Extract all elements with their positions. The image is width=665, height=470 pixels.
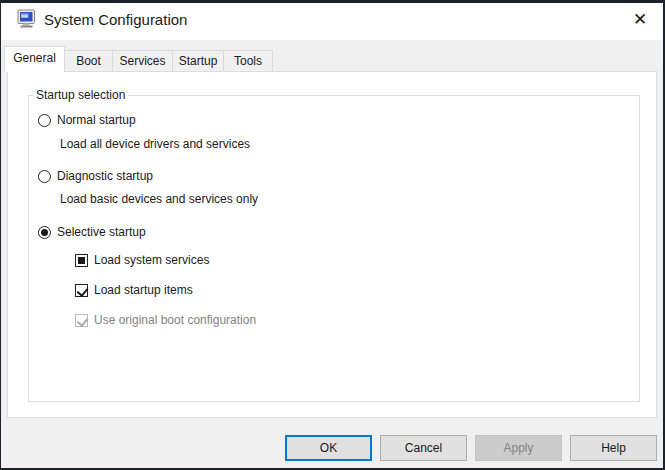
- selective-startup-label[interactable]: Selective startup: [57, 225, 146, 239]
- load-startup-items-checkbox[interactable]: [75, 284, 88, 297]
- startup-selection-group-label: Startup selection: [33, 88, 128, 102]
- radio-row-normal-startup[interactable]: Normal startup: [38, 113, 136, 127]
- system-configuration-dialog: System Configuration ✕ General Boot Serv…: [0, 0, 665, 470]
- selective-startup-radio[interactable]: [38, 226, 51, 239]
- load-startup-items-label[interactable]: Load startup items: [94, 283, 193, 297]
- diagnostic-startup-label[interactable]: Diagnostic startup: [57, 169, 153, 183]
- load-system-services-label[interactable]: Load system services: [94, 253, 209, 267]
- tab-boot[interactable]: Boot: [64, 50, 113, 71]
- diagnostic-startup-description: Load basic devices and services only: [60, 192, 258, 206]
- normal-startup-radio[interactable]: [38, 114, 51, 127]
- use-original-boot-configuration-label: Use original boot configuration: [94, 313, 256, 327]
- ok-button[interactable]: OK: [285, 435, 372, 461]
- close-icon[interactable]: ✕: [621, 4, 659, 34]
- checkbox-row-use-original-boot-configuration: Use original boot configuration: [75, 313, 256, 327]
- normal-startup-description: Load all device drivers and services: [60, 137, 250, 151]
- title-bar[interactable]: System Configuration ✕: [0, 0, 665, 40]
- radio-row-selective-startup[interactable]: Selective startup: [38, 225, 146, 239]
- normal-startup-label[interactable]: Normal startup: [57, 113, 136, 127]
- tab-general[interactable]: General: [4, 46, 65, 72]
- diagnostic-startup-radio[interactable]: [38, 170, 51, 183]
- tab-services[interactable]: Services: [112, 50, 173, 71]
- help-button[interactable]: Help: [570, 435, 657, 461]
- checkbox-row-load-startup-items[interactable]: Load startup items: [75, 283, 193, 297]
- tab-startup[interactable]: Startup: [172, 50, 224, 71]
- tab-tools[interactable]: Tools: [223, 50, 273, 71]
- apply-button: Apply: [475, 435, 562, 461]
- msconfig-app-icon: [17, 9, 37, 29]
- cancel-button[interactable]: Cancel: [380, 435, 467, 461]
- load-system-services-checkbox[interactable]: [75, 254, 88, 267]
- radio-row-diagnostic-startup[interactable]: Diagnostic startup: [38, 169, 153, 183]
- use-original-boot-configuration-checkbox: [75, 314, 88, 327]
- checkbox-row-load-system-services[interactable]: Load system services: [75, 253, 209, 267]
- window-title: System Configuration: [44, 11, 187, 28]
